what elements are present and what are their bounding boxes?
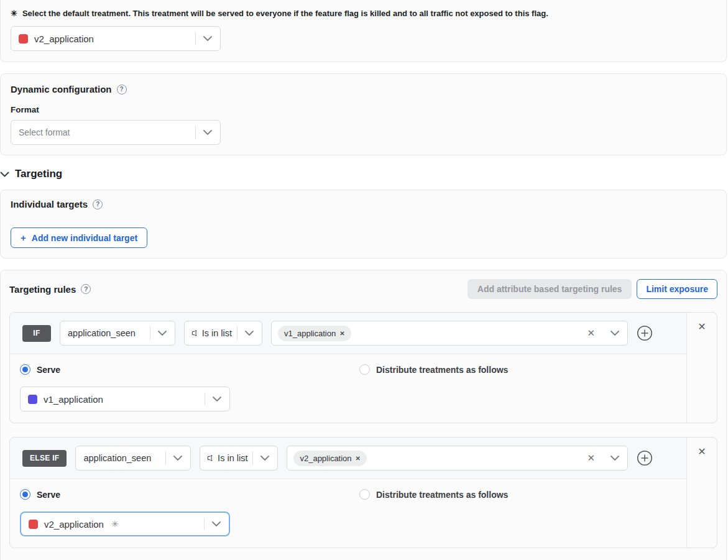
serve-treatment-value[interactable]: v2_application ✳ (21, 513, 204, 535)
attribute-select[interactable]: application_seen (75, 446, 191, 470)
targeting-rules-header: Targeting rules ? Add attribute based ta… (9, 279, 717, 299)
distribute-label: Distribute treatments as follows (376, 365, 508, 375)
format-placeholder: Select format (19, 127, 70, 137)
attribute-label: application_seen (68, 328, 136, 338)
add-condition-button[interactable] (637, 450, 653, 466)
distribute-radio[interactable] (359, 364, 370, 375)
values-multiselect[interactable]: v2_application ✕ ✕ (287, 446, 628, 470)
string-matcher-icon (206, 452, 214, 464)
default-treatment-label: v2_application (34, 34, 94, 44)
individual-targets-card: Individual targets ? + Add new individua… (0, 190, 727, 259)
chevron-down-icon[interactable] (205, 387, 229, 411)
attribute-select-value[interactable]: application_seen (76, 446, 165, 470)
distribute-radio[interactable] (359, 489, 370, 500)
dynamic-configuration-title: Dynamic configuration (11, 84, 112, 94)
matcher-label: Is in list (202, 328, 232, 338)
chevron-down-icon[interactable] (237, 321, 262, 345)
rule-main: IF application_seen Is in list (10, 313, 686, 423)
value-chip-label: v1_application (284, 329, 336, 338)
help-icon[interactable]: ? (93, 200, 103, 209)
circle-plus-icon (637, 325, 653, 341)
page: ✳ Select the default treatment. This tre… (0, 0, 728, 560)
treatment-color-swatch (29, 520, 38, 529)
distribute-label: Distribute treatments as follows (376, 490, 508, 500)
rule-keyword-badge: ELSE IF (22, 450, 67, 467)
rule-condition-row: ELSE IF application_seen Is in list (10, 438, 686, 479)
add-attribute-rules-button[interactable]: Add attribute based targeting rules (468, 279, 632, 299)
rule-condition-row: IF application_seen Is in list (10, 313, 686, 354)
attribute-label: application_seen (83, 453, 151, 463)
treatment-color-swatch (28, 395, 37, 404)
default-treatment-body: v2_application (1, 19, 726, 62)
serve-radio[interactable] (20, 489, 30, 500)
matcher-select[interactable]: Is in list (184, 321, 262, 346)
circle-plus-icon (637, 450, 653, 466)
rule-close-column: ✕ (686, 438, 717, 548)
format-select-value[interactable]: Select format (11, 121, 195, 144)
serve-label: Serve (37, 490, 60, 500)
serve-treatment-value[interactable]: v1_application (21, 387, 205, 411)
chip-remove-icon[interactable]: ✕ (356, 455, 361, 462)
help-icon[interactable]: ? (81, 284, 91, 294)
clear-values-icon[interactable]: ✕ (579, 328, 602, 339)
serve-radio[interactable] (20, 364, 30, 375)
help-icon[interactable]: ? (117, 85, 127, 94)
targeting-rule-1: IF application_seen Is in list (9, 312, 717, 423)
chevron-down-icon[interactable] (150, 321, 175, 345)
rule-main: ELSE IF application_seen Is in list (10, 438, 686, 548)
targeting-rules-card: Targeting rules ? Add attribute based ta… (0, 270, 727, 560)
chevron-down-icon[interactable] (195, 27, 220, 50)
plus-icon: + (21, 232, 26, 243)
targeting-rules-title: Targeting rules (9, 284, 76, 295)
value-chip: v2_application ✕ (293, 451, 367, 466)
chevron-down-icon[interactable] (165, 446, 190, 470)
treatment-color-swatch (19, 34, 28, 44)
chevron-down-icon[interactable] (602, 456, 627, 461)
matcher-select-value[interactable]: Is in list (200, 446, 252, 470)
rule-serve-section: Serve Distribute treatments as follows v… (10, 479, 686, 548)
serve-label: Serve (37, 365, 60, 375)
default-treatment-note: ✳ Select the default treatment. This tre… (1, 0, 726, 19)
chevron-down-icon[interactable] (204, 513, 229, 535)
format-select[interactable]: Select format (11, 120, 221, 145)
clear-values-icon[interactable]: ✕ (579, 452, 602, 464)
add-individual-target-label: Add new individual target (32, 233, 137, 243)
add-individual-target-button[interactable]: + Add new individual target (11, 227, 147, 248)
default-treatment-note-text: Select the default treatment. This treat… (22, 9, 548, 18)
format-label: Format (11, 105, 716, 114)
default-treatment-select-value[interactable]: v2_application (11, 27, 195, 50)
matcher-select-value[interactable]: Is in list (185, 321, 237, 345)
rule-keyword-badge: IF (22, 325, 51, 342)
default-treatment-marker-icon: ✳ (111, 519, 119, 529)
values-multiselect[interactable]: v1_application ✕ ✕ (271, 321, 628, 346)
add-condition-button[interactable] (637, 325, 653, 341)
attribute-select[interactable]: application_seen (60, 321, 175, 346)
default-treatment-card: ✳ Select the default treatment. This tre… (0, 0, 727, 62)
remove-rule-button[interactable]: ✕ (698, 322, 706, 332)
attribute-select-value[interactable]: application_seen (60, 321, 150, 345)
dynamic-configuration-card: Dynamic configuration ? Format Select fo… (0, 73, 727, 155)
value-chip: v1_application ✕ (278, 326, 351, 341)
value-chip-label: v2_application (300, 454, 351, 463)
chip-remove-icon[interactable]: ✕ (339, 330, 344, 337)
individual-targets-title: Individual targets (11, 199, 88, 209)
matcher-label: Is in list (218, 453, 247, 463)
remove-rule-button[interactable]: ✕ (698, 447, 706, 457)
serve-treatment-label: v2_application (44, 519, 104, 530)
chevron-down-icon[interactable] (252, 446, 277, 470)
chevron-down-icon[interactable] (602, 331, 627, 336)
string-matcher-icon (191, 328, 198, 339)
serve-treatment-select[interactable]: v1_application (20, 387, 230, 411)
targeting-section-toggle[interactable]: Targeting (0, 168, 727, 180)
serve-treatment-select[interactable]: v2_application ✳ (20, 512, 230, 536)
serve-treatment-label: v1_application (44, 394, 103, 405)
matcher-select[interactable]: Is in list (200, 446, 278, 470)
required-asterisk-icon: ✳ (11, 9, 17, 19)
targeting-rule-2: ELSE IF application_seen Is in list (9, 437, 717, 548)
chevron-down-icon (0, 172, 9, 177)
default-treatment-select[interactable]: v2_application (11, 26, 221, 51)
chevron-down-icon[interactable] (195, 121, 220, 144)
rule-close-column: ✕ (686, 313, 717, 423)
limit-exposure-button[interactable]: Limit exposure (637, 279, 717, 299)
targeting-title: Targeting (15, 168, 62, 180)
